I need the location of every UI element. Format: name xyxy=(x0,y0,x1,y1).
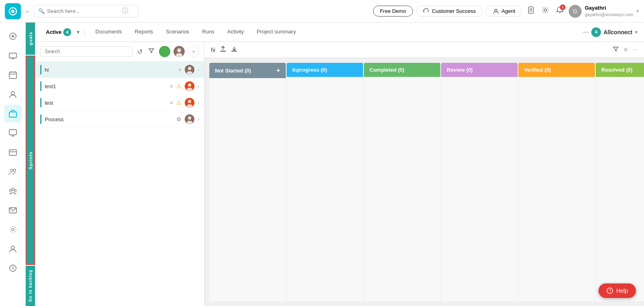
sprints-section[interactable]: Sprints xyxy=(26,56,35,265)
free-demo-button[interactable]: Free Demo xyxy=(373,6,413,17)
nav-item-documents[interactable]: Documents xyxy=(90,25,128,39)
sprint-name: test xyxy=(45,100,166,106)
sidebar-item-monitor[interactable] xyxy=(4,124,22,142)
svg-point-16 xyxy=(11,91,14,95)
sprint-color-indicator xyxy=(40,114,41,124)
sidebar-item-profile[interactable] xyxy=(4,240,22,258)
warning-icon: ⚠ xyxy=(176,99,182,106)
download-icon[interactable] xyxy=(231,45,238,54)
help-label: Help xyxy=(616,287,628,294)
active-badge[interactable]: Active 4 xyxy=(42,27,75,38)
sprint-chevron[interactable]: › xyxy=(198,67,199,73)
cloud-icon xyxy=(423,8,429,14)
svg-point-25 xyxy=(12,188,14,190)
main: goals Sprints Go to backlog Active 4 ▾ D… xyxy=(26,23,644,306)
sidebar-item-clock[interactable] xyxy=(4,259,22,277)
col-add-not-started[interactable]: + xyxy=(277,67,280,74)
info-icon[interactable]: ⓘ xyxy=(122,7,128,15)
kanban-more-icon[interactable]: ··· xyxy=(632,46,638,54)
online-indicator xyxy=(159,46,170,57)
user-profile[interactable]: G Gayathri gayathri@snovasys.com ▾ xyxy=(569,5,639,18)
sidebar-item-group[interactable] xyxy=(4,163,22,180)
col-label-inprogress: Inprogress (0) xyxy=(292,67,327,73)
sprint-chevron[interactable]: › xyxy=(198,116,199,122)
svg-point-23 xyxy=(10,169,13,172)
sprints-panel: ↺ + hi ≡ xyxy=(35,42,204,306)
add-sprint-button[interactable]: + xyxy=(188,46,199,57)
nav-item-scenarios[interactable]: Scenarios xyxy=(160,25,195,39)
topbar: » 🔍 ⓘ Free Demo Customer Success Agent 5… xyxy=(0,0,644,23)
sidebar-item-card[interactable] xyxy=(4,143,22,161)
kanban-col-not-started: Not Started (0) + xyxy=(209,63,286,301)
svg-text:?: ? xyxy=(609,289,611,293)
active-dropdown-chevron[interactable]: ▾ xyxy=(77,29,80,35)
col-label-resolved: Resolved (0) xyxy=(601,67,632,73)
svg-point-27 xyxy=(14,190,16,192)
kanban-close-icon[interactable]: ✕ xyxy=(623,46,628,54)
nav-item-reports[interactable]: Reports xyxy=(129,25,159,39)
sidebar-item-mail[interactable] xyxy=(4,201,22,219)
sidebar-item-team[interactable] xyxy=(4,182,22,200)
agent-button[interactable]: Agent xyxy=(486,6,522,17)
sprint-avatar xyxy=(185,65,194,74)
content: Active 4 ▾ Documents Reports Scenarios R… xyxy=(35,23,644,306)
goals-label: goals xyxy=(28,32,33,45)
sprint-chevron[interactable]: › xyxy=(198,83,199,89)
help-button[interactable]: ? Help xyxy=(599,283,636,298)
filter-icon[interactable] xyxy=(147,46,156,57)
nav-separator xyxy=(85,28,85,36)
col-label-not-started: Not Started (0) xyxy=(215,68,251,74)
kanban-filter-icon[interactable] xyxy=(613,46,619,54)
sprint-chevron[interactable]: › xyxy=(198,100,199,106)
kanban-toolbar: hi ✕ ··· xyxy=(204,42,644,58)
settings-icon-btn[interactable] xyxy=(540,4,551,18)
notification-icon-btn[interactable]: 5 xyxy=(554,4,566,18)
kanban-col-body-completed xyxy=(364,77,440,301)
sidebar-item-person[interactable] xyxy=(4,85,22,103)
svg-point-30 xyxy=(11,246,14,249)
kanban-col-verified: Verified (0) xyxy=(518,63,595,301)
sprint-item-test1[interactable]: test1 ≡ ⚠ › xyxy=(35,78,204,95)
svg-point-1 xyxy=(11,10,14,13)
kanban-columns: Not Started (0) + Inprogress (0) C xyxy=(204,58,644,306)
sidebar-item-circle[interactable] xyxy=(4,27,22,45)
more-options-icon[interactable]: ··· xyxy=(583,28,589,36)
upload-icon[interactable] xyxy=(219,45,227,54)
undo-icon[interactable]: ↺ xyxy=(136,47,144,57)
topbar-search-box[interactable]: 🔍 ⓘ xyxy=(34,5,138,17)
sidebar-item-briefcase[interactable] xyxy=(4,105,22,122)
document-icon-btn[interactable] xyxy=(525,4,537,18)
sub-sidebar: goals Sprints Go to backlog xyxy=(26,23,35,306)
svg-rect-21 xyxy=(9,150,17,155)
nav-item-project-summary[interactable]: Project summary xyxy=(251,25,302,39)
project-name[interactable]: A Allconnect ▾ xyxy=(591,27,638,37)
sprints-search-input[interactable] xyxy=(40,46,133,57)
kanban-col-body-inprogress xyxy=(287,77,363,301)
kanban-col-review: Review (0) xyxy=(441,63,518,301)
nav-item-runs[interactable]: Runs xyxy=(196,25,220,39)
backlog-section[interactable]: Go to backlog xyxy=(26,266,35,306)
user-dropdown-chevron[interactable]: ▾ xyxy=(636,8,639,14)
svg-point-45 xyxy=(188,116,191,120)
topbar-expand-icon[interactable]: » xyxy=(26,8,29,14)
nav-item-activity[interactable]: Activity xyxy=(221,25,249,39)
svg-point-42 xyxy=(188,100,191,103)
sidebar-item-calendar[interactable] xyxy=(4,66,22,84)
goals-section[interactable]: goals xyxy=(26,23,35,55)
sprint-item-hi[interactable]: hi ≡ › xyxy=(35,62,204,78)
user-name: Gayathri xyxy=(585,5,633,12)
sidebar-item-gear[interactable] xyxy=(4,221,22,238)
sprint-item-test[interactable]: test ≡ ⚠ › xyxy=(35,95,204,111)
user-avatar-1[interactable] xyxy=(173,46,185,57)
svg-point-43 xyxy=(187,104,192,108)
search-input[interactable] xyxy=(47,8,120,14)
project-dropdown-chevron[interactable]: ▾ xyxy=(635,29,638,35)
svg-point-39 xyxy=(188,83,191,87)
app-logo[interactable] xyxy=(5,3,21,19)
sidebar-item-tv[interactable] xyxy=(4,47,22,64)
sprints-label: Sprints xyxy=(28,151,33,170)
backlog-label: Go to backlog xyxy=(28,270,33,302)
svg-point-26 xyxy=(9,190,11,192)
customer-success-button[interactable]: Customer Success xyxy=(416,6,483,17)
sprint-item-process[interactable]: Process ⚙ › xyxy=(35,111,204,128)
